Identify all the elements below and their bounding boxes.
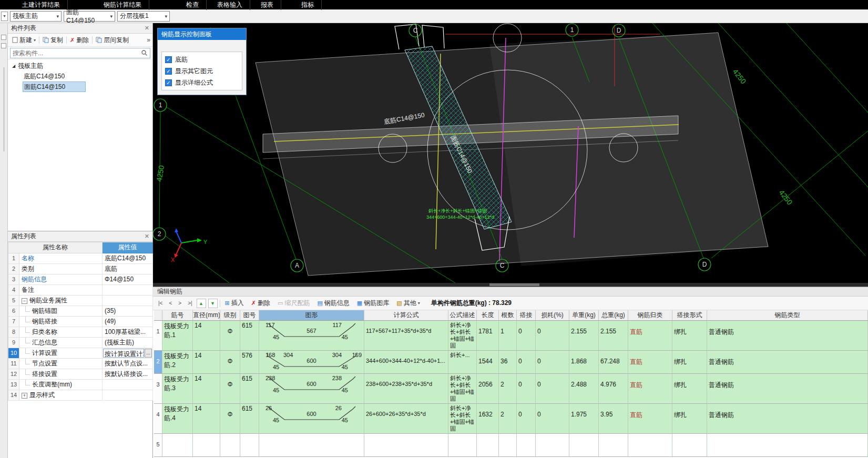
- 3d-viewport-canvas[interactable]: C 1 D 1 2 A C D 4250 4250 4250 底筋C14@150…: [153, 23, 868, 283]
- menu-item-table-input[interactable]: 表格输入: [210, 0, 250, 10]
- column-header[interactable]: 图号: [240, 310, 259, 321]
- property-row-selected[interactable]: 10 计算设置 按计算设置计算 ...: [8, 348, 152, 359]
- value-editor[interactable]: 按计算设置计算: [103, 349, 144, 358]
- property-row[interactable]: 13 长度调整(mm): [8, 380, 152, 390]
- row-number[interactable]: 4: [154, 404, 162, 434]
- move-up-button[interactable]: ▲: [197, 299, 206, 308]
- column-header[interactable]: 搭接: [517, 310, 536, 321]
- checkbox-checked-icon[interactable]: ✓: [165, 79, 172, 86]
- rebar-table-row[interactable]: 4 筏板受力筋.4 14 Φ 615 26 45 600 26 45: [154, 404, 868, 434]
- scrollbar-thumb[interactable]: [489, 283, 539, 286]
- checkbox-row-show-formula[interactable]: ✓ 显示详细公式: [165, 77, 239, 88]
- toolbar-overflow-button[interactable]: »: [147, 36, 150, 44]
- rebar-table-row[interactable]: 2 筏板受力筋.2 14 Φ 576 168 304 45 600 304 16…: [154, 351, 868, 374]
- layer-dropdown[interactable]: 分层筏板1 ▾: [117, 11, 170, 22]
- component-name-dropdown[interactable]: 面筋C14@150 ▾: [64, 11, 115, 22]
- other-button[interactable]: ▧其他▾: [394, 298, 422, 309]
- viewport-scrollbar[interactable]: [153, 283, 868, 287]
- nav-first-button[interactable]: |<: [156, 299, 165, 307]
- close-icon[interactable]: ✕: [145, 25, 149, 32]
- property-row[interactable]: 4 备注: [8, 285, 152, 296]
- property-row[interactable]: 6 钢筋锚固 (35): [8, 306, 152, 317]
- column-header[interactable]: 长度: [477, 310, 499, 321]
- component-type-dropdown[interactable]: 筏板主筋 ▾: [10, 11, 62, 22]
- strip-scrollbar[interactable]: [3, 67, 5, 151]
- property-row[interactable]: 12 搭接设置 按默认搭接设...: [8, 369, 152, 380]
- rebar-display-panel-title[interactable]: 钢筋显示控制面板: [158, 28, 246, 40]
- column-header-selected[interactable]: 图形: [259, 310, 364, 321]
- rebar-info-button[interactable]: ▤钢筋信息: [314, 298, 352, 309]
- property-row[interactable]: 11 节点设置 按默认节点设...: [8, 359, 152, 369]
- property-row[interactable]: 7 钢筋搭接 (49): [8, 317, 152, 327]
- property-row[interactable]: 3 钢筋信息 Φ14@150: [8, 274, 152, 285]
- rebar-library-button[interactable]: ▦钢筋图库: [354, 298, 392, 309]
- collapse-icon[interactable]: −: [22, 298, 27, 304]
- property-row[interactable]: 1 名称 底筋C14@150: [8, 253, 152, 264]
- column-header[interactable]: 单重(kg): [569, 310, 599, 321]
- search-input[interactable]: [13, 49, 141, 57]
- new-button[interactable]: 新建 ▾: [10, 35, 38, 46]
- property-row[interactable]: 2 类别 底筋: [8, 264, 152, 274]
- nav-last-button[interactable]: >|: [186, 299, 194, 307]
- checkbox-checked-icon[interactable]: ✓: [165, 68, 172, 75]
- tree-node-top-rebar-selected[interactable]: 面筋C14@150: [23, 82, 86, 92]
- property-group-row[interactable]: 14 +显示样式: [8, 390, 152, 401]
- rebar-table-row-empty[interactable]: 5: [154, 434, 868, 457]
- row-number[interactable]: 3: [154, 374, 162, 404]
- checkbox-row-show-other[interactable]: ✓ 显示其它图元: [165, 65, 239, 77]
- strip-tool-icon[interactable]: [1, 43, 6, 48]
- column-header[interactable]: 搭接形式: [672, 310, 707, 321]
- calc-note: 斜长+净长+斜长+锚固+锚固: [428, 208, 487, 213]
- column-header[interactable]: 计算公式: [364, 310, 448, 321]
- column-header[interactable]: 根数: [499, 310, 517, 321]
- property-row[interactable]: 9 汇总信息 (筏板主筋): [8, 338, 152, 348]
- row-number-selected[interactable]: 2: [154, 351, 162, 374]
- nav-prev-button[interactable]: <: [167, 299, 174, 307]
- column-header[interactable]: 损耗(%): [536, 310, 569, 321]
- 3d-viewport[interactable]: C 1 D 1 2 A C D 4250 4250 4250 底筋C14@150…: [153, 23, 868, 287]
- checkbox-checked-icon[interactable]: ✓: [165, 56, 172, 63]
- close-icon[interactable]: ✕: [145, 233, 149, 240]
- strip-tool-icon[interactable]: [1, 35, 6, 40]
- expand-icon[interactable]: +: [22, 393, 27, 399]
- row-number[interactable]: 1: [154, 321, 162, 351]
- rebar-table-row[interactable]: 1 筏板受力筋.1 14 Φ 615 117 45 567 117 45: [154, 321, 868, 351]
- delete-button[interactable]: ✗ 删除: [68, 35, 91, 46]
- property-group-row[interactable]: 5 −钢筋业务属性: [8, 296, 152, 306]
- menu-item-reports[interactable]: 报表: [253, 0, 281, 10]
- column-header[interactable]: 公式描述: [448, 310, 477, 321]
- row-number[interactable]: 5: [154, 434, 162, 457]
- copy-button[interactable]: 复制: [40, 35, 65, 46]
- scale-rebar-button[interactable]: ▭缩尺配筋: [275, 298, 312, 309]
- tree-expand-icon[interactable]: ◢: [12, 64, 15, 68]
- layer-copy-button[interactable]: 层间复制: [94, 35, 131, 46]
- column-header[interactable]: 总重(kg): [599, 310, 628, 321]
- move-down-button[interactable]: ▼: [208, 299, 218, 308]
- dimension-label: 4250: [731, 67, 748, 86]
- ellipsis-button[interactable]: ...: [145, 349, 152, 358]
- menu-item-indicators[interactable]: 指标: [294, 0, 322, 10]
- column-header[interactable]: 筋号: [162, 310, 193, 321]
- nav-next-button[interactable]: >: [176, 299, 183, 307]
- column-header[interactable]: 钢筋类型: [707, 310, 868, 321]
- column-header[interactable]: 钢筋归类: [628, 310, 672, 321]
- mini-dropdown-button[interactable]: ▾: [1, 12, 8, 21]
- rebar-shape-diagram[interactable]: 26 45 600 26 45: [259, 404, 364, 434]
- menu-item-check[interactable]: 检查: [179, 0, 207, 10]
- insert-button[interactable]: ⊞插入: [222, 298, 247, 309]
- search-icon[interactable]: [141, 49, 148, 56]
- tree-node-bottom-rebar[interactable]: 底筋C14@150: [8, 71, 152, 82]
- rebar-shape-diagram[interactable]: 168 304 45 600 304 169 45: [259, 351, 364, 374]
- menu-item-civil-results[interactable]: 土建计算结果: [15, 0, 68, 10]
- column-header[interactable]: 直径(mm): [193, 310, 220, 321]
- tree-node-root[interactable]: ◢ 筏板主筋: [8, 60, 152, 71]
- rebar-shape-diagram[interactable]: 238 45 600 238 45: [259, 374, 364, 404]
- rebar-table: 筋号 直径(mm) 级别 图号 图形 计算公式 公式描述 长度 根数 搭接 损耗…: [154, 310, 868, 458]
- delete-row-button[interactable]: ✗删除: [249, 298, 273, 309]
- column-header[interactable]: 级别: [220, 310, 240, 321]
- checkbox-row-bottom-rebar[interactable]: ✓ 底筋: [165, 54, 239, 65]
- rebar-table-row[interactable]: 3 筏板受力筋.3 14 Φ 615 238 45 600 238 45: [154, 374, 868, 404]
- axis-bubble: 1: [570, 26, 574, 34]
- property-row[interactable]: 8 归类名称 100厚基础梁...: [8, 327, 152, 338]
- rebar-shape-diagram[interactable]: 117 45 567 117 45: [259, 321, 364, 351]
